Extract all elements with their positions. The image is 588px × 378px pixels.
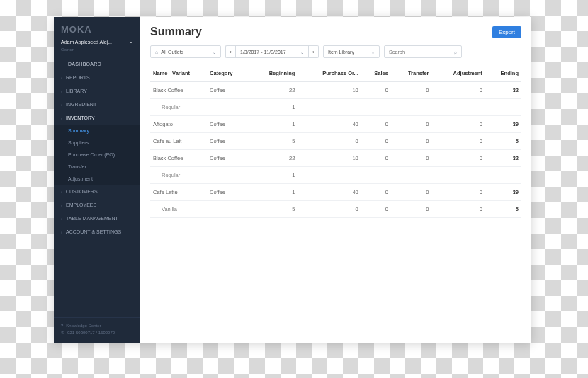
- col-sales[interactable]: Sales: [361, 65, 391, 82]
- cell: [361, 99, 391, 116]
- chevron-right-icon: ›: [61, 190, 62, 194]
- question-icon: ?: [61, 323, 63, 328]
- cell: [485, 99, 521, 116]
- nav-customers[interactable]: ›CUSTOMERS: [54, 185, 140, 198]
- cell: Cafe Latte: [150, 184, 207, 201]
- cell: Black Coffee: [150, 150, 207, 167]
- table-row[interactable]: Regular-1: [150, 99, 521, 116]
- nav-library[interactable]: ›LIBRARY: [54, 84, 140, 98]
- cell: Coffee: [207, 82, 249, 99]
- cell: 0: [391, 201, 432, 218]
- table-row[interactable]: Cafe LatteCoffee-14000039: [150, 184, 521, 201]
- nav-inventory-summary[interactable]: Summary: [54, 125, 140, 137]
- cell: 0: [361, 201, 391, 218]
- date-next-button[interactable]: ›: [309, 45, 319, 58]
- search-box[interactable]: ⌕: [384, 45, 462, 58]
- date-range-dropdown[interactable]: 1/3/2017 - 11/3/2017 ⌄: [235, 45, 309, 58]
- export-button[interactable]: Export: [492, 26, 521, 38]
- summary-table: Name - Variant Category Beginning Purcha…: [150, 65, 521, 218]
- table-row[interactable]: Black CoffeeCoffee221000032: [150, 82, 521, 99]
- cell: 0: [361, 150, 391, 167]
- cell: Black Coffee: [150, 82, 207, 99]
- sidebar: MOKA Adam Appleseed Alej... ⌄ Owner DASH…: [54, 17, 140, 343]
- cell: Coffee: [207, 150, 249, 167]
- cell: 5: [485, 133, 521, 150]
- nav: DASHBOARD ›REPORTS ›LIBRARY ›INGREDIENT …: [54, 57, 140, 317]
- cell: 10: [298, 150, 361, 167]
- cell: [432, 99, 485, 116]
- nav-dashboard[interactable]: DASHBOARD: [54, 57, 140, 71]
- home-icon: ⌂: [155, 50, 158, 55]
- col-category[interactable]: Category: [207, 65, 249, 82]
- user-switcher[interactable]: Adam Appleseed Alej... ⌄: [54, 39, 140, 47]
- cell: Vanilla: [150, 201, 207, 218]
- nav-inventory-transfer[interactable]: Transfer: [54, 161, 140, 173]
- table-header-row: Name - Variant Category Beginning Purcha…: [150, 65, 521, 82]
- chevron-right-icon: ›: [61, 103, 62, 107]
- cell: 0: [391, 150, 432, 167]
- cell: 0: [432, 201, 485, 218]
- table-row[interactable]: Regular-1: [150, 167, 521, 184]
- col-beginning[interactable]: Beginning: [249, 65, 298, 82]
- col-adjustment[interactable]: Adjustment: [432, 65, 485, 82]
- date-range-selector: ‹ 1/3/2017 - 11/3/2017 ⌄ ›: [225, 45, 319, 58]
- caret-down-icon: ⌄: [300, 50, 304, 55]
- cell: 0: [361, 184, 391, 201]
- cell: Regular: [150, 167, 207, 184]
- cell: Coffee: [207, 184, 249, 201]
- brand-logo: MOKA: [54, 17, 140, 39]
- cell: 5: [485, 201, 521, 218]
- search-input[interactable]: [389, 50, 446, 55]
- date-prev-button[interactable]: ‹: [225, 45, 235, 58]
- main-content: Summary Export ⌂ All Outlets ⌄ ‹ 1/3/201…: [140, 17, 531, 343]
- cell: 0: [391, 133, 432, 150]
- title-bar: Summary Export: [150, 25, 521, 38]
- cell: 0: [391, 82, 432, 99]
- chevron-right-icon: ›: [61, 217, 62, 221]
- cell: [391, 99, 432, 116]
- cell: 0: [298, 133, 361, 150]
- cell: 0: [432, 184, 485, 201]
- library-dropdown[interactable]: Item Library ⌄: [323, 45, 380, 58]
- knowledge-center-link[interactable]: ?Knowledge Center: [61, 323, 133, 328]
- chevron-right-icon: ›: [61, 89, 62, 93]
- nav-employees[interactable]: ›EMPLOYEES: [54, 198, 140, 212]
- nav-inventory[interactable]: ›INVENTORY: [54, 111, 140, 125]
- cell: 10: [298, 82, 361, 99]
- cell: 0: [432, 82, 485, 99]
- cell: Coffee: [207, 133, 249, 150]
- outlet-dropdown[interactable]: ⌂ All Outlets ⌄: [150, 45, 221, 58]
- col-ending[interactable]: Ending: [485, 65, 521, 82]
- table-row[interactable]: Black CoffeeCoffee221000032: [150, 150, 521, 167]
- user-name: Adam Appleseed Alej...: [61, 40, 112, 45]
- col-transfer[interactable]: Transfer: [391, 65, 432, 82]
- cell: -5: [249, 201, 298, 218]
- nav-reports[interactable]: ›REPORTS: [54, 71, 140, 84]
- cell: 0: [361, 82, 391, 99]
- sidebar-footer: ?Knowledge Center ✆021-50300717 / 150097…: [54, 317, 140, 343]
- nav-inventory-po[interactable]: Purchase Order (PO): [54, 149, 140, 161]
- nav-inventory-suppliers[interactable]: Suppliers: [54, 137, 140, 149]
- col-name[interactable]: Name - Variant: [150, 65, 207, 82]
- cell: Coffee: [207, 116, 249, 133]
- table-row[interactable]: Vanilla-500005: [150, 201, 521, 218]
- col-purchase-order[interactable]: Purchase Or...: [298, 65, 361, 82]
- table-row[interactable]: AffogatoCoffee-14000039: [150, 116, 521, 133]
- table-row[interactable]: Cafe au LaitCoffee-500005: [150, 133, 521, 150]
- filter-bar: ⌂ All Outlets ⌄ ‹ 1/3/2017 - 11/3/2017 ⌄…: [150, 45, 521, 58]
- cell: -1: [249, 167, 298, 184]
- cell: -5: [249, 133, 298, 150]
- cell: 0: [432, 133, 485, 150]
- cell: 32: [485, 150, 521, 167]
- nav-table-management[interactable]: ›TABLE MANAGEMENT: [54, 212, 140, 225]
- cell: 40: [298, 116, 361, 133]
- cell: 40: [298, 184, 361, 201]
- nav-inventory-adjustment[interactable]: Adjustment: [54, 173, 140, 185]
- inventory-submenu: Summary Suppliers Purchase Order (PO) Tr…: [54, 125, 140, 185]
- nav-ingredient[interactable]: ›INGREDIENT: [54, 98, 140, 111]
- cell: 0: [298, 201, 361, 218]
- cell: 0: [432, 150, 485, 167]
- nav-account-settings[interactable]: ›ACCOUNT & SETTINGS: [54, 225, 140, 239]
- cell: Regular: [150, 99, 207, 116]
- cell: 22: [249, 82, 298, 99]
